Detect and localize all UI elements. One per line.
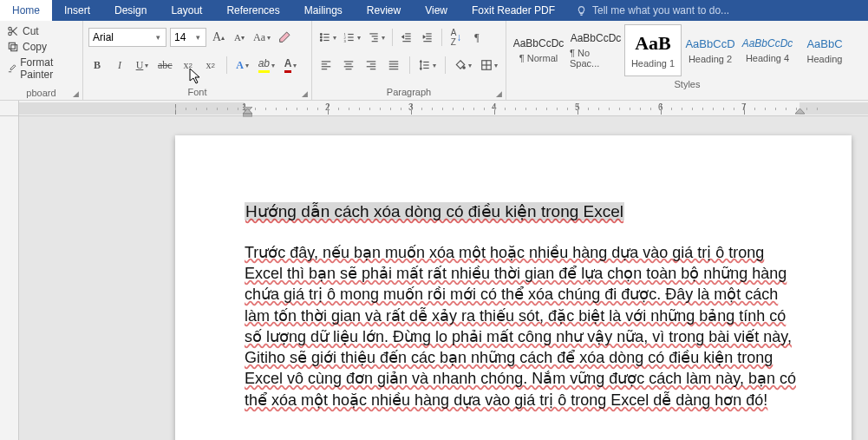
style-name: Heading 1 <box>631 58 675 69</box>
tell-me-placeholder: Tell me what you want to do... <box>592 4 729 16</box>
ruler-tick: 4 <box>494 101 578 116</box>
text-effects-button[interactable]: A▾ <box>234 56 251 75</box>
style-preview: AaBbC <box>806 37 842 50</box>
tab-foxit-pdf[interactable]: Foxit Reader PDF <box>460 0 567 21</box>
style-item-5[interactable]: AaBbCHeading <box>796 24 853 76</box>
bullets-button[interactable]: ▾ <box>317 28 338 47</box>
increase-indent-button[interactable] <box>419 28 436 47</box>
align-center-icon <box>343 59 355 71</box>
font-launcher[interactable]: ◢ <box>302 89 308 98</box>
justify-icon <box>388 59 400 71</box>
style-name: Heading 2 <box>689 54 732 64</box>
paragraph-launcher[interactable]: ◢ <box>496 89 502 98</box>
right-indent-marker[interactable] <box>795 108 805 117</box>
superscript-button[interactable]: x2 <box>202 56 219 75</box>
copy-button[interactable]: Copy <box>5 40 77 54</box>
grow-font-button[interactable]: A▴ <box>210 28 227 47</box>
tell-me-search[interactable]: Tell me what you want to do... <box>567 0 729 21</box>
multilevel-icon <box>368 31 380 43</box>
style-item-0[interactable]: AaBbCcDc¶ Normal <box>510 24 567 76</box>
tab-view[interactable]: View <box>413 0 460 21</box>
svg-marker-54 <box>795 108 805 114</box>
align-right-button[interactable] <box>362 56 380 75</box>
format-painter-button[interactable]: Format Painter <box>5 56 77 82</box>
bullets-icon <box>319 31 331 43</box>
numbering-icon: 123 <box>343 31 356 43</box>
font-name-combo[interactable]: ▾ <box>88 28 166 47</box>
font-color-button[interactable]: A▾ <box>282 56 299 75</box>
style-preview: AaBbCcDc <box>571 32 622 44</box>
style-item-2[interactable]: AaBHeading 1 <box>624 24 682 76</box>
svg-rect-3 <box>9 43 15 49</box>
svg-point-47 <box>463 67 465 69</box>
group-styles: AaBbCcDc¶ NormalAaBbCcDc¶ No Spac...AaBH… <box>506 21 868 100</box>
style-preview: AaBbCcDc <box>742 37 793 49</box>
chevron-down-icon[interactable]: ▾ <box>152 33 164 42</box>
style-item-3[interactable]: AaBbCcDHeading 2 <box>682 24 739 76</box>
chevron-down-icon[interactable]: ▾ <box>192 33 204 42</box>
line-spacing-button[interactable]: ▾ <box>417 56 438 75</box>
horizontal-ruler[interactable]: 1234567 <box>19 101 868 116</box>
separator <box>445 56 446 74</box>
tab-review[interactable]: Review <box>355 0 413 21</box>
group-label-font: Font ◢ <box>83 84 311 100</box>
subscript-button[interactable]: x2 <box>179 56 197 75</box>
change-case-button[interactable]: Aa▾ <box>251 28 272 47</box>
style-item-4[interactable]: AaBbCcDcHeading 4 <box>739 24 796 76</box>
document-page[interactable]: Hướng dẫn cách xóa dòng có điều kiện tro… <box>175 135 852 440</box>
styles-gallery[interactable]: AaBbCcDc¶ NormalAaBbCcDc¶ No Spac...AaBH… <box>506 21 868 76</box>
shrink-font-button[interactable]: A▾ <box>231 28 248 47</box>
borders-button[interactable]: ▾ <box>479 56 499 75</box>
ruler-corner <box>0 101 19 116</box>
vertical-ruler[interactable] <box>0 116 19 440</box>
font-size-input[interactable] <box>171 31 192 43</box>
clipboard-launcher[interactable]: ◢ <box>73 89 79 98</box>
group-label-paragraph: Paragraph ◢ <box>312 84 506 100</box>
sort-button[interactable]: AZ↓ <box>447 28 465 47</box>
document-content[interactable]: Hướng dẫn cách xóa dòng có điều kiện tro… <box>245 200 799 410</box>
cut-button[interactable]: Cut <box>5 24 77 38</box>
show-marks-button[interactable]: ¶ <box>468 28 486 47</box>
style-name: ¶ No Spac... <box>570 48 622 69</box>
outdent-icon <box>401 31 413 43</box>
document-title[interactable]: Hướng dẫn cách xóa dòng có điều kiện tro… <box>245 202 624 220</box>
align-center-button[interactable] <box>340 56 357 75</box>
clear-formatting-button[interactable] <box>276 28 293 47</box>
style-item-1[interactable]: AaBbCcDc¶ No Spac... <box>567 24 624 76</box>
ruler-tick: 6 <box>661 101 744 116</box>
tab-home[interactable]: Home <box>0 0 52 21</box>
tab-layout[interactable]: Layout <box>159 0 214 21</box>
separator <box>392 29 393 46</box>
underline-button[interactable]: U▾ <box>134 56 151 75</box>
lightbulb-icon <box>576 5 587 16</box>
bold-button[interactable]: B <box>88 56 106 75</box>
numbering-button[interactable]: 123▾ <box>342 28 362 47</box>
group-clipboard: Cut Copy Format Painter pboard ◢ <box>0 21 83 100</box>
svg-point-4 <box>320 34 322 36</box>
svg-point-5 <box>320 36 322 38</box>
align-left-button[interactable] <box>317 56 335 75</box>
multilevel-list-button[interactable]: ▾ <box>366 28 387 47</box>
document-paragraph[interactable]: Trước đây, nếu bạn muốn xóa một hoặc nhi… <box>245 242 799 410</box>
shading-button[interactable]: ▾ <box>453 56 473 75</box>
tab-references[interactable]: References <box>214 0 291 21</box>
hanging-indent-marker[interactable] <box>243 108 252 117</box>
align-right-icon <box>365 59 377 71</box>
highlight-button[interactable]: ab▾ <box>257 56 277 75</box>
ruler-tick: 5 <box>578 101 661 116</box>
align-left-icon <box>320 59 332 71</box>
group-label-clipboard: pboard ◢ <box>0 85 82 100</box>
justify-button[interactable] <box>385 56 402 75</box>
svg-marker-52 <box>243 108 252 114</box>
separator <box>226 56 227 74</box>
style-preview: AaBbCcD <box>685 37 734 50</box>
tab-insert[interactable]: Insert <box>52 0 102 21</box>
decrease-indent-button[interactable] <box>398 28 415 47</box>
document-area: 1234567 Hướng dẫn cách xóa dòng có điều … <box>0 101 868 440</box>
strikethrough-button[interactable]: abc <box>156 56 174 75</box>
italic-button[interactable]: I <box>111 56 128 75</box>
tab-mailings[interactable]: Mailings <box>292 0 355 21</box>
font-size-combo[interactable]: ▾ <box>170 28 206 47</box>
font-name-input[interactable] <box>89 31 152 43</box>
tab-design[interactable]: Design <box>102 0 159 21</box>
